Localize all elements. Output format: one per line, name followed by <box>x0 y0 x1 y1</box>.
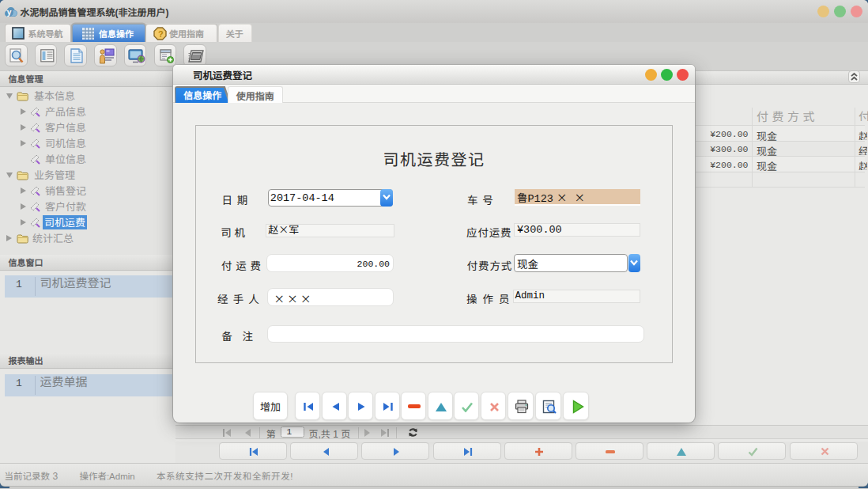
svg-text:?: ? <box>158 29 164 39</box>
svg-text:y: y <box>7 8 12 17</box>
